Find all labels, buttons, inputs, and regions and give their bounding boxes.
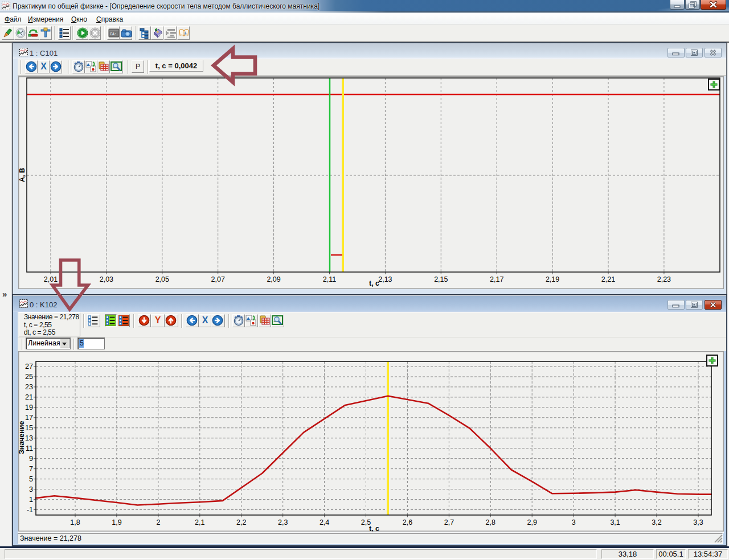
svg-text:-1: -1 xyxy=(27,506,33,514)
svg-text:9: 9 xyxy=(29,455,33,463)
svg-text:Значение: Значение xyxy=(18,421,26,454)
svg-text:3,2: 3,2 xyxy=(652,518,661,526)
svg-text:2,9: 2,9 xyxy=(527,518,537,526)
svg-text:2,03: 2,03 xyxy=(100,275,113,283)
svg-text:13: 13 xyxy=(25,434,33,442)
svg-text:2,07: 2,07 xyxy=(211,275,225,283)
svg-text:3,3: 3,3 xyxy=(693,518,703,526)
svg-text:2,19: 2,19 xyxy=(546,275,559,283)
svg-text:2,3: 2,3 xyxy=(278,518,288,526)
svg-text:2,15: 2,15 xyxy=(434,275,448,283)
svg-text:3: 3 xyxy=(29,485,33,493)
svg-text:2,4: 2,4 xyxy=(320,518,329,526)
svg-text:19: 19 xyxy=(25,403,33,411)
svg-text:2,05: 2,05 xyxy=(155,275,169,283)
svg-text:2,7: 2,7 xyxy=(444,518,454,526)
svg-text:15: 15 xyxy=(25,424,33,432)
svg-text:27: 27 xyxy=(25,363,33,370)
svg-text:2,23: 2,23 xyxy=(657,275,671,283)
svg-text:1: 1 xyxy=(29,496,33,504)
svg-text:25: 25 xyxy=(25,373,33,381)
svg-text:CA:.: CA:. xyxy=(110,32,119,36)
svg-text:2,09: 2,09 xyxy=(267,275,280,283)
svg-text:2,11: 2,11 xyxy=(323,275,336,283)
svg-text:2,17: 2,17 xyxy=(490,275,503,283)
svg-text:2,01: 2,01 xyxy=(44,275,58,283)
svg-text:11: 11 xyxy=(26,444,33,452)
svg-text:2,21: 2,21 xyxy=(601,275,615,283)
svg-text:23: 23 xyxy=(25,383,33,391)
svg-text:2,13: 2,13 xyxy=(378,275,392,283)
svg-text:1,9: 1,9 xyxy=(112,518,121,526)
svg-text:t, c: t, c xyxy=(369,525,379,532)
svg-text:А, В: А, В xyxy=(18,168,26,182)
svg-text:17: 17 xyxy=(25,414,33,422)
svg-text:1,8: 1,8 xyxy=(70,518,80,526)
svg-text:21: 21 xyxy=(25,393,33,401)
svg-text:3,1: 3,1 xyxy=(610,518,620,526)
svg-text:2,8: 2,8 xyxy=(486,518,495,526)
svg-text:2,1: 2,1 xyxy=(195,518,204,526)
svg-text:7: 7 xyxy=(29,465,33,473)
svg-text:t, c: t, c xyxy=(369,279,379,287)
svg-text:3: 3 xyxy=(572,518,576,526)
svg-text:2: 2 xyxy=(156,518,160,526)
svg-text:2,2: 2,2 xyxy=(236,518,246,526)
svg-text:5: 5 xyxy=(29,475,33,483)
svg-text:2,6: 2,6 xyxy=(403,518,412,526)
